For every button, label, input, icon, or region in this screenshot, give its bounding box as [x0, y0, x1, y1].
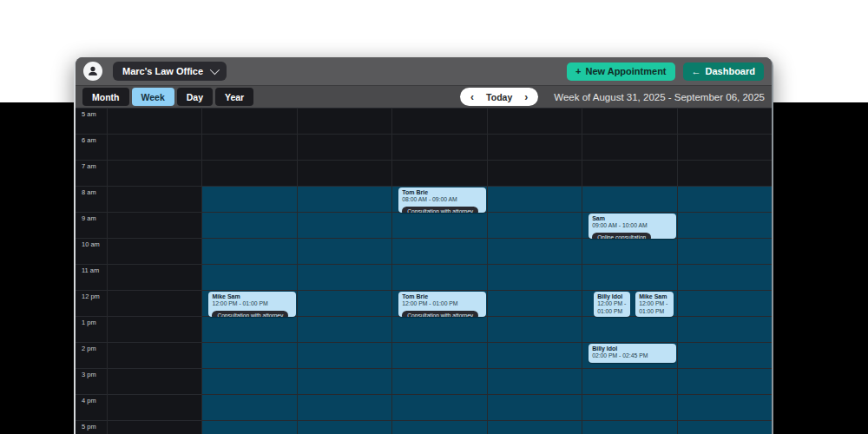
- event-card[interactable]: Mike Sam12:00 PM - 01:00 PMConsultation: [635, 292, 674, 317]
- day-separator: [391, 108, 392, 434]
- dashboard-label: Dashboard: [706, 66, 755, 76]
- tab-day[interactable]: Day: [177, 88, 213, 106]
- event-card[interactable]: Tom Brie12:00 PM - 01:00 PMConsultation …: [398, 292, 485, 317]
- hour-label: 11 am: [82, 266, 99, 274]
- view-toolbar: MonthWeekDayYear ‹ Today › Week of Augus…: [76, 85, 772, 108]
- chevron-right-icon[interactable]: ›: [524, 92, 528, 102]
- toolbar-right: ‹ Today › Week of August 31, 2025 - Sept…: [460, 88, 765, 106]
- event-card[interactable]: Billy Idol12:00 PM - 01:00 PMConsultatio…: [594, 292, 630, 317]
- hour-label: 7 am: [82, 162, 96, 170]
- hour-label: 8 am: [82, 188, 96, 196]
- dashboard-button[interactable]: ← Dashboard: [683, 62, 764, 81]
- plus-icon: +: [575, 66, 581, 76]
- event-time-range: 08:00 AM - 09:00 AM: [402, 196, 482, 203]
- event-card[interactable]: Tom Brie08:00 AM - 09:00 AMConsultation …: [398, 187, 485, 213]
- tab-month[interactable]: Month: [82, 88, 129, 106]
- hour-gridline: [76, 342, 772, 343]
- hour-label: 6 am: [82, 136, 96, 144]
- workspace-label: Marc's Law Office: [122, 66, 203, 76]
- hour-gridline: [76, 394, 772, 395]
- event-card[interactable]: Billy Idol02:00 PM - 02:45 PMConsultatio…: [589, 344, 675, 363]
- event-client-name: Mike Sam: [639, 293, 670, 300]
- tab-year[interactable]: Year: [215, 88, 253, 106]
- hour-gridline: [76, 264, 772, 265]
- event-type-badge: Consultation with attorney: [212, 311, 288, 317]
- hour-gridline: [76, 134, 772, 135]
- user-avatar[interactable]: [83, 62, 102, 81]
- event-client-name: Tom Brie: [402, 189, 482, 196]
- event-type-badge: Consultation with attorney: [402, 311, 478, 317]
- back-arrow-icon: ←: [692, 66, 701, 76]
- today-navigation[interactable]: ‹ Today ›: [460, 88, 538, 106]
- hour-label: 10 am: [82, 240, 100, 248]
- event-time-range: 12:00 PM - 01:00 PM: [597, 300, 627, 315]
- day-separator: [582, 108, 582, 434]
- today-button-label[interactable]: Today: [486, 92, 512, 102]
- hour-gridline: [76, 108, 772, 108]
- event-client-name: Mike Sam: [212, 293, 292, 300]
- event-client-name: Tom Brie: [402, 293, 482, 300]
- user-icon: [87, 65, 99, 77]
- hour-label: 5 am: [82, 110, 96, 118]
- hour-label: 12 pm: [82, 293, 100, 300]
- day-separator: [297, 108, 298, 434]
- new-appointment-label: New Appointment: [585, 66, 666, 76]
- event-type-badge: Consultation with attorney: [402, 207, 478, 213]
- hour-gridline: [76, 160, 772, 161]
- week-range-label: Week of August 31, 2025 - September 06, …: [554, 92, 765, 102]
- calendar-grid[interactable]: 5 am6 am7 am8 am9 am10 am11 am12 pm1 pm2…: [76, 108, 772, 434]
- tab-week[interactable]: Week: [132, 88, 174, 106]
- hour-label: 1 pm: [82, 319, 96, 326]
- gutter-separator: [107, 108, 108, 434]
- day-separator: [677, 108, 678, 434]
- chevron-down-icon: [210, 65, 220, 75]
- event-time-range: 12:00 PM - 01:00 PM: [639, 300, 670, 315]
- hour-label: 3 pm: [82, 371, 96, 378]
- hour-label: 9 am: [82, 214, 96, 222]
- hour-gridline: [76, 290, 772, 291]
- hour-label: 4 pm: [82, 397, 96, 404]
- new-appointment-button[interactable]: + New Appointment: [567, 62, 675, 81]
- day-separator: [201, 108, 202, 434]
- hour-gridline: [76, 186, 772, 187]
- event-client-name: Billy Idol: [597, 293, 627, 300]
- hour-label: 2 pm: [82, 345, 96, 352]
- event-time-range: 02:00 PM - 02:45 PM: [592, 352, 672, 359]
- event-time-range: 09:00 AM - 10:00 AM: [592, 222, 672, 229]
- workspace-selector[interactable]: Marc's Law Office: [113, 62, 227, 81]
- hour-gridline: [76, 420, 772, 421]
- event-client-name: Billy Idol: [592, 345, 672, 352]
- event-card[interactable]: Sam09:00 AM - 10:00 AMOnline consultatio…: [589, 214, 675, 239]
- hour-label: 5 pm: [82, 423, 96, 431]
- event-card[interactable]: Mike Sam12:00 PM - 01:00 PMConsultation …: [208, 292, 295, 317]
- chevron-left-icon[interactable]: ‹: [470, 92, 474, 102]
- top-bar: Marc's Law Office + New Appointment ← Da…: [76, 57, 772, 85]
- day-separator: [487, 108, 488, 434]
- calendar-app-window: Marc's Law Office + New Appointment ← Da…: [74, 57, 773, 434]
- event-time-range: 12:00 PM - 01:00 PM: [212, 300, 292, 307]
- view-tab-group: MonthWeekDayYear: [82, 88, 253, 106]
- event-time-range: 12:00 PM - 01:00 PM: [402, 300, 482, 307]
- event-client-name: Sam: [592, 215, 672, 222]
- hour-gridline: [76, 368, 772, 369]
- event-type-badge: Online consultation: [592, 233, 651, 239]
